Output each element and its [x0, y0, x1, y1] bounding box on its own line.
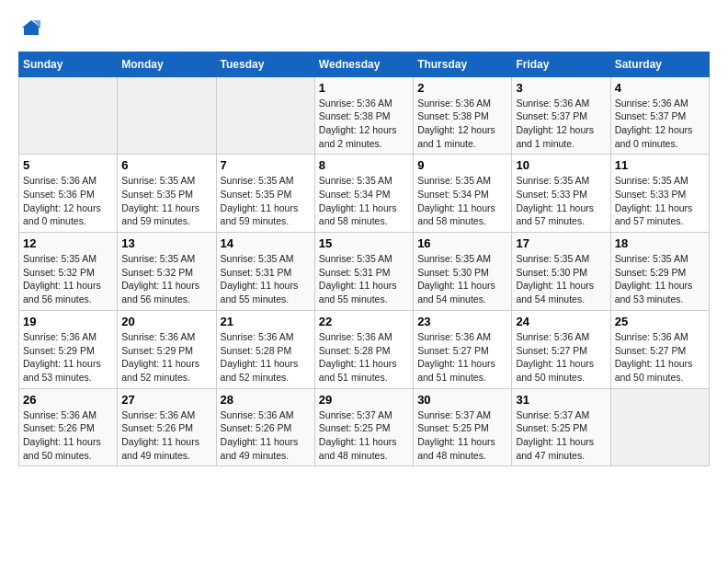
day-info: Sunrise: 5:36 AM Sunset: 5:27 PM Dayligh… [417, 330, 507, 385]
day-info: Sunrise: 5:35 AM Sunset: 5:33 PM Dayligh… [615, 174, 705, 228]
calendar-cell: 27Sunrise: 5:36 AM Sunset: 5:26 PM Dayli… [118, 388, 216, 466]
day-number: 7 [221, 158, 311, 172]
day-info: Sunrise: 5:36 AM Sunset: 5:28 PM Dayligh… [221, 330, 311, 385]
day-info: Sunrise: 5:35 AM Sunset: 5:30 PM Dayligh… [516, 252, 606, 306]
day-info: Sunrise: 5:36 AM Sunset: 5:27 PM Dayligh… [615, 330, 705, 385]
calendar-cell: 29Sunrise: 5:37 AM Sunset: 5:25 PM Dayli… [314, 388, 413, 466]
calendar-cell: 26Sunrise: 5:36 AM Sunset: 5:26 PM Dayli… [19, 388, 118, 466]
day-number: 23 [417, 315, 507, 328]
day-info: Sunrise: 5:35 AM Sunset: 5:33 PM Dayligh… [516, 174, 606, 228]
calendar-cell: 7Sunrise: 5:35 AM Sunset: 5:35 PM Daylig… [216, 155, 314, 233]
calendar-cell: 14Sunrise: 5:35 AM Sunset: 5:31 PM Dayli… [216, 233, 314, 311]
calendar-cell [610, 388, 709, 466]
calendar-cell: 8Sunrise: 5:35 AM Sunset: 5:34 PM Daylig… [314, 155, 413, 233]
calendar-table: SundayMondayTuesdayWednesdayThursdayFrid… [18, 52, 710, 467]
day-info: Sunrise: 5:37 AM Sunset: 5:25 PM Dayligh… [319, 408, 409, 463]
day-number: 4 [615, 81, 705, 95]
logo-icon [20, 18, 42, 37]
calendar-cell: 28Sunrise: 5:36 AM Sunset: 5:26 PM Dayli… [216, 388, 314, 466]
day-info: Sunrise: 5:36 AM Sunset: 5:26 PM Dayligh… [221, 408, 311, 463]
day-number: 9 [417, 158, 507, 172]
day-info: Sunrise: 5:35 AM Sunset: 5:29 PM Dayligh… [615, 252, 705, 306]
day-info: Sunrise: 5:37 AM Sunset: 5:25 PM Dayligh… [417, 408, 507, 463]
calendar-cell: 12Sunrise: 5:35 AM Sunset: 5:32 PM Dayli… [19, 233, 118, 311]
day-number: 11 [615, 158, 705, 172]
calendar-week-row: 12Sunrise: 5:35 AM Sunset: 5:32 PM Dayli… [19, 233, 710, 311]
calendar-cell: 17Sunrise: 5:35 AM Sunset: 5:30 PM Dayli… [512, 233, 610, 311]
day-of-week-header: Thursday [414, 52, 512, 76]
calendar-cell: 31Sunrise: 5:37 AM Sunset: 5:25 PM Dayli… [512, 388, 610, 466]
day-number: 19 [23, 315, 113, 328]
day-of-week-header: Sunday [19, 52, 118, 76]
day-info: Sunrise: 5:35 AM Sunset: 5:32 PM Dayligh… [121, 252, 211, 306]
calendar-cell: 15Sunrise: 5:35 AM Sunset: 5:31 PM Dayli… [314, 233, 413, 311]
day-of-week-header: Wednesday [314, 52, 413, 76]
calendar-cell: 5Sunrise: 5:36 AM Sunset: 5:36 PM Daylig… [19, 155, 118, 233]
calendar-cell: 30Sunrise: 5:37 AM Sunset: 5:25 PM Dayli… [414, 388, 512, 466]
day-info: Sunrise: 5:36 AM Sunset: 5:26 PM Dayligh… [121, 408, 211, 463]
calendar-cell [19, 76, 118, 155]
day-of-week-header: Friday [512, 52, 610, 76]
calendar-cell: 2Sunrise: 5:36 AM Sunset: 5:38 PM Daylig… [414, 76, 512, 155]
calendar-cell: 25Sunrise: 5:36 AM Sunset: 5:27 PM Dayli… [610, 310, 709, 388]
day-info: Sunrise: 5:35 AM Sunset: 5:35 PM Dayligh… [221, 174, 311, 228]
calendar-body: 1Sunrise: 5:36 AM Sunset: 5:38 PM Daylig… [19, 76, 710, 466]
day-info: Sunrise: 5:35 AM Sunset: 5:34 PM Dayligh… [319, 174, 409, 228]
day-info: Sunrise: 5:36 AM Sunset: 5:38 PM Dayligh… [319, 97, 409, 151]
calendar-cell: 6Sunrise: 5:35 AM Sunset: 5:35 PM Daylig… [118, 155, 216, 233]
day-info: Sunrise: 5:36 AM Sunset: 5:27 PM Dayligh… [516, 330, 606, 385]
day-info: Sunrise: 5:35 AM Sunset: 5:34 PM Dayligh… [417, 174, 507, 228]
day-number: 12 [23, 236, 113, 250]
calendar-cell: 24Sunrise: 5:36 AM Sunset: 5:27 PM Dayli… [512, 310, 610, 388]
day-info: Sunrise: 5:35 AM Sunset: 5:32 PM Dayligh… [23, 252, 113, 306]
calendar-cell: 9Sunrise: 5:35 AM Sunset: 5:34 PM Daylig… [414, 155, 512, 233]
day-number: 13 [121, 236, 211, 250]
day-number: 8 [319, 158, 409, 172]
day-number: 30 [417, 393, 507, 407]
day-number: 10 [516, 158, 606, 172]
day-number: 26 [23, 393, 113, 407]
day-of-week-header: Tuesday [216, 52, 314, 76]
calendar-cell: 22Sunrise: 5:36 AM Sunset: 5:28 PM Dayli… [314, 310, 413, 388]
day-number: 24 [516, 315, 606, 328]
day-number: 14 [221, 236, 311, 250]
day-number: 20 [121, 315, 211, 328]
day-number: 3 [516, 81, 606, 95]
calendar-cell: 11Sunrise: 5:35 AM Sunset: 5:33 PM Dayli… [610, 155, 709, 233]
day-info: Sunrise: 5:36 AM Sunset: 5:37 PM Dayligh… [516, 97, 606, 151]
day-number: 15 [319, 236, 409, 250]
calendar-cell: 10Sunrise: 5:35 AM Sunset: 5:33 PM Dayli… [512, 155, 610, 233]
day-info: Sunrise: 5:36 AM Sunset: 5:37 PM Dayligh… [615, 97, 705, 151]
day-number: 27 [121, 393, 211, 407]
calendar-cell: 4Sunrise: 5:36 AM Sunset: 5:37 PM Daylig… [610, 76, 709, 155]
day-number: 1 [319, 81, 409, 95]
day-number: 18 [615, 236, 705, 250]
calendar-cell: 16Sunrise: 5:35 AM Sunset: 5:30 PM Dayli… [414, 233, 512, 311]
calendar-week-row: 1Sunrise: 5:36 AM Sunset: 5:38 PM Daylig… [19, 76, 710, 155]
day-info: Sunrise: 5:36 AM Sunset: 5:29 PM Dayligh… [121, 330, 211, 385]
calendar-cell: 3Sunrise: 5:36 AM Sunset: 5:37 PM Daylig… [512, 76, 610, 155]
day-number: 28 [221, 393, 311, 407]
day-number: 29 [319, 393, 409, 407]
day-number: 6 [121, 158, 211, 172]
day-of-week-header: Monday [118, 52, 216, 76]
calendar-cell: 20Sunrise: 5:36 AM Sunset: 5:29 PM Dayli… [118, 310, 216, 388]
calendar-cell: 19Sunrise: 5:36 AM Sunset: 5:29 PM Dayli… [19, 310, 118, 388]
day-number: 25 [615, 315, 705, 328]
day-info: Sunrise: 5:36 AM Sunset: 5:28 PM Dayligh… [319, 330, 409, 385]
calendar-cell: 23Sunrise: 5:36 AM Sunset: 5:27 PM Dayli… [414, 310, 512, 388]
calendar-week-row: 5Sunrise: 5:36 AM Sunset: 5:36 PM Daylig… [19, 155, 710, 233]
calendar-cell: 1Sunrise: 5:36 AM Sunset: 5:38 PM Daylig… [314, 76, 413, 155]
calendar-cell [118, 76, 216, 155]
calendar-week-row: 26Sunrise: 5:36 AM Sunset: 5:26 PM Dayli… [19, 388, 710, 466]
logo [18, 18, 42, 42]
day-info: Sunrise: 5:36 AM Sunset: 5:26 PM Dayligh… [23, 408, 113, 463]
day-info: Sunrise: 5:36 AM Sunset: 5:36 PM Dayligh… [23, 174, 113, 228]
day-number: 31 [516, 393, 606, 407]
day-number: 17 [516, 236, 606, 250]
calendar-cell: 13Sunrise: 5:35 AM Sunset: 5:32 PM Dayli… [118, 233, 216, 311]
day-info: Sunrise: 5:37 AM Sunset: 5:25 PM Dayligh… [516, 408, 606, 463]
calendar-header-row: SundayMondayTuesdayWednesdayThursdayFrid… [19, 52, 710, 76]
calendar-cell [216, 76, 314, 155]
day-of-week-header: Saturday [610, 52, 709, 76]
